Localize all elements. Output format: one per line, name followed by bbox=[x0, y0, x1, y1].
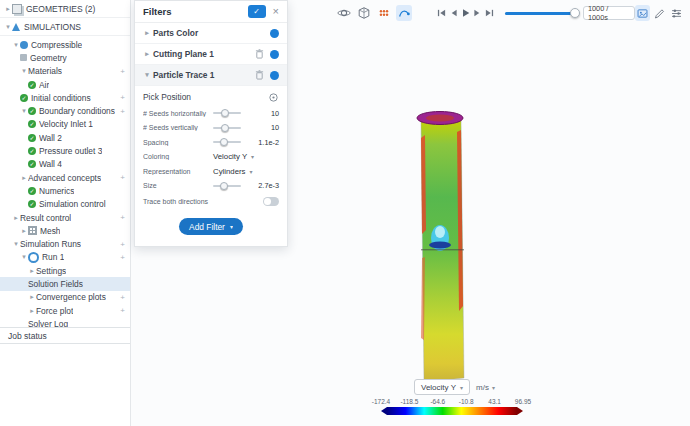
trace-both-toggle[interactable] bbox=[263, 197, 279, 206]
slider-knob[interactable] bbox=[221, 109, 229, 117]
tree-caret-icon[interactable]: ▾ bbox=[12, 240, 20, 248]
sidebar-item-simulations[interactable]: ▾ SIMULATIONS bbox=[0, 18, 130, 36]
trash-icon[interactable] bbox=[255, 70, 264, 80]
parameter-slider[interactable] bbox=[213, 127, 241, 129]
add-icon[interactable]: + bbox=[117, 213, 125, 222]
tree-item[interactable]: ▾ Compressible bbox=[0, 38, 130, 51]
chevron-down-icon[interactable]: ▾ bbox=[4, 23, 12, 31]
tree-item[interactable]: ▾ Boundary conditions + bbox=[0, 104, 130, 117]
tree-item[interactable]: ▸ Mesh bbox=[0, 224, 130, 237]
parameter-slider[interactable] bbox=[213, 112, 241, 114]
tree-item[interactable]: ▾ Run 1 + bbox=[0, 251, 130, 264]
screenshot-icon[interactable] bbox=[635, 5, 650, 21]
timeline-fill bbox=[505, 12, 575, 15]
add-icon[interactable]: + bbox=[117, 107, 125, 116]
tree-item[interactable]: ▸ Force plot + bbox=[0, 304, 130, 317]
tree-item-label: Materials bbox=[28, 66, 62, 76]
tree-item[interactable]: Air bbox=[0, 78, 130, 91]
add-icon[interactable]: + bbox=[117, 67, 125, 76]
filter-caret-icon[interactable]: ▸ bbox=[143, 29, 151, 37]
add-icon[interactable]: + bbox=[117, 306, 125, 315]
parameter-slider[interactable] bbox=[213, 185, 241, 187]
tree-item[interactable]: ▸ Convergence plots + bbox=[0, 291, 130, 304]
apply-filters-button[interactable]: ✓ bbox=[248, 5, 266, 18]
filter-row[interactable]: ▾ Particle Trace 1 bbox=[135, 65, 287, 86]
tree-item[interactable]: ▾ Materials + bbox=[0, 65, 130, 78]
tree-item[interactable]: Geometry bbox=[0, 51, 130, 64]
parameter-select[interactable]: Velocity Y▾ bbox=[213, 152, 254, 161]
slider-knob[interactable] bbox=[220, 182, 228, 190]
tree-caret-icon[interactable]: ▸ bbox=[12, 214, 20, 222]
add-icon[interactable]: + bbox=[117, 293, 125, 302]
timeline-slider[interactable] bbox=[505, 12, 575, 15]
tree-item[interactable]: Pressure outlet 3 bbox=[0, 144, 130, 157]
tree-item-label: Settings bbox=[36, 266, 66, 276]
play-button[interactable] bbox=[461, 7, 470, 19]
tree-item[interactable]: Wall 4 bbox=[0, 158, 130, 171]
tree-item[interactable]: ▾ Simulation Runs + bbox=[0, 237, 130, 250]
result-model[interactable] bbox=[412, 108, 470, 386]
legend-field-select[interactable]: Velocity Y ▾ bbox=[414, 379, 470, 395]
tree-item-selected[interactable]: Solution Fields bbox=[0, 277, 130, 290]
tree-item[interactable]: Initial conditions + bbox=[0, 91, 130, 104]
chevron-right-icon[interactable]: ▸ bbox=[4, 5, 12, 13]
tree-item-label: Velocity Inlet 1 bbox=[39, 119, 93, 129]
slider-knob[interactable] bbox=[220, 138, 228, 146]
visibility-toggle[interactable] bbox=[270, 71, 279, 80]
tree-item[interactable]: ▸ Advanced concepts + bbox=[0, 171, 130, 184]
filter-caret-icon[interactable]: ▸ bbox=[143, 50, 151, 58]
orbit-view-icon[interactable] bbox=[336, 5, 352, 21]
tree-caret-icon[interactable]: ▸ bbox=[28, 267, 36, 275]
tree-caret-icon[interactable]: ▾ bbox=[20, 67, 28, 75]
step-forward-button[interactable] bbox=[473, 7, 482, 19]
add-filter-button[interactable]: Add Filter ▾ bbox=[179, 218, 243, 235]
parameter-select[interactable]: Cylinders▾ bbox=[213, 167, 253, 176]
tree-caret-icon[interactable]: ▾ bbox=[20, 253, 28, 261]
tree-caret-icon[interactable]: ▸ bbox=[20, 174, 28, 182]
geometries-icon bbox=[12, 4, 22, 14]
filter-caret-icon[interactable]: ▾ bbox=[143, 71, 151, 79]
sidebar-item-geometries[interactable]: ▸ GEOMETRIES (2) bbox=[0, 0, 130, 18]
filter-row[interactable]: ▸ Parts Color bbox=[135, 23, 287, 44]
tree-item[interactable]: Wall 2 bbox=[0, 131, 130, 144]
tree-item[interactable]: Velocity Inlet 1 bbox=[0, 118, 130, 131]
timeline-handle[interactable] bbox=[570, 8, 580, 18]
tree-caret-icon[interactable]: ▸ bbox=[20, 227, 28, 235]
filter-label: Particle Trace 1 bbox=[153, 70, 214, 80]
display-settings-icon[interactable] bbox=[669, 5, 684, 21]
mesh-cube-icon[interactable] bbox=[356, 5, 372, 21]
parameter-slider[interactable] bbox=[213, 141, 241, 143]
add-icon[interactable]: + bbox=[117, 253, 125, 262]
check-icon bbox=[28, 147, 36, 155]
tree-item[interactable]: Simulation control bbox=[0, 198, 130, 211]
slider-knob[interactable] bbox=[221, 124, 229, 132]
trash-icon[interactable] bbox=[255, 49, 264, 59]
geometries-label: GEOMETRIES (2) bbox=[26, 4, 95, 14]
add-icon[interactable]: + bbox=[117, 93, 125, 102]
tree-caret-icon[interactable]: ▾ bbox=[20, 107, 28, 115]
tree-item[interactable]: ▸ Settings bbox=[0, 264, 130, 277]
tree-item[interactable]: Numerics bbox=[0, 184, 130, 197]
visibility-toggle[interactable] bbox=[270, 29, 279, 38]
close-icon[interactable]: × bbox=[273, 6, 279, 17]
tree-caret-icon[interactable]: ▸ bbox=[28, 293, 36, 301]
particle-trace-tool-icon[interactable] bbox=[396, 5, 412, 21]
particle-seeds-icon[interactable] bbox=[376, 5, 392, 21]
legend-unit-select[interactable]: m/s ▾ bbox=[476, 381, 495, 393]
visibility-toggle[interactable] bbox=[270, 50, 279, 59]
application-window: ▸ GEOMETRIES (2) ▾ SIMULATIONS ▾ Compres… bbox=[0, 0, 690, 426]
filter-row[interactable]: ▸ Cutting Plane 1 bbox=[135, 44, 287, 65]
skip-to-start-button[interactable] bbox=[437, 7, 446, 19]
check-icon bbox=[28, 134, 36, 142]
legend-colorbar bbox=[387, 407, 517, 415]
tree-caret-icon[interactable]: ▾ bbox=[12, 41, 20, 49]
add-icon[interactable]: + bbox=[117, 173, 125, 182]
job-status-bar[interactable]: Job status bbox=[0, 327, 130, 344]
skip-to-end-button[interactable] bbox=[485, 7, 494, 19]
annotate-pencil-icon[interactable] bbox=[652, 5, 667, 21]
tree-item[interactable]: ▸ Result control + bbox=[0, 211, 130, 224]
tree-caret-icon[interactable]: ▸ bbox=[28, 307, 36, 315]
crosshair-icon[interactable] bbox=[268, 92, 279, 103]
add-icon[interactable]: + bbox=[117, 240, 125, 249]
step-back-button[interactable] bbox=[449, 7, 458, 19]
